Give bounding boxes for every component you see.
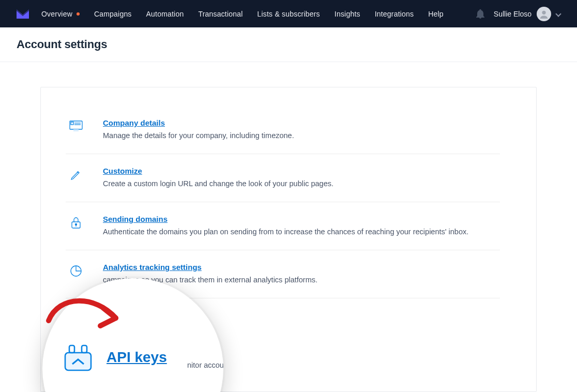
nav-lists[interactable]: Lists & subscribers (257, 10, 320, 18)
row-title-customize[interactable]: Customize (103, 167, 142, 175)
user-menu[interactable]: Sullie Eloso (494, 7, 560, 21)
top-nav: Overview Campaigns Automation Transactio… (0, 0, 577, 27)
lock-icon (66, 217, 86, 229)
nav-overview[interactable]: Overview (41, 10, 80, 18)
callout-arrow-icon (43, 290, 126, 349)
chevron-down-icon (555, 11, 561, 17)
row-desc: Manage the details for your company, inc… (103, 130, 500, 141)
pencil-icon (66, 169, 86, 181)
nav-insights[interactable]: Insights (335, 10, 360, 18)
svg-rect-10 (65, 353, 91, 370)
bell-icon[interactable] (476, 9, 484, 19)
nav-items: Overview Campaigns Automation Transactio… (41, 10, 476, 18)
user-name: Sullie Eloso (494, 10, 532, 18)
page-header: Account settings (0, 27, 577, 62)
nav-integrations[interactable]: Integrations (375, 10, 414, 18)
company-icon (66, 120, 86, 132)
page-title: Account settings (17, 38, 560, 51)
settings-row-customize: Customize Create a custom login URL and … (66, 154, 500, 202)
pie-icon (66, 265, 86, 277)
nav-right: Sullie Eloso (476, 7, 560, 21)
svg-rect-2 (71, 122, 73, 125)
zoom-subtext-1: nitor account via our fully-featured API… (187, 361, 223, 369)
svg-rect-5 (73, 129, 79, 131)
svg-point-0 (542, 10, 545, 14)
notification-dot-icon (77, 12, 80, 16)
nav-help[interactable]: Help (428, 10, 444, 18)
nav-automation[interactable]: Automation (146, 10, 184, 18)
avatar-icon (537, 7, 551, 21)
row-title-analytics[interactable]: Analytics tracking settings (103, 263, 202, 272)
nav-label: Overview (41, 10, 72, 18)
settings-row-company: Company details Manage the details for y… (66, 106, 500, 154)
row-desc: Create a custom login URL and change the… (103, 178, 500, 189)
zoom-title-api-keys[interactable]: API keys (107, 349, 167, 366)
nav-campaigns[interactable]: Campaigns (94, 10, 132, 18)
settings-row-sending: Sending domains Authenticate the domains… (66, 202, 500, 250)
row-title-company[interactable]: Company details (103, 118, 165, 127)
row-desc: Authenticate the domains you plan on sen… (103, 227, 500, 237)
logo-icon[interactable] (17, 9, 29, 19)
nav-transactional[interactable]: Transactional (198, 10, 242, 18)
row-title-sending[interactable]: Sending domains (103, 215, 168, 223)
